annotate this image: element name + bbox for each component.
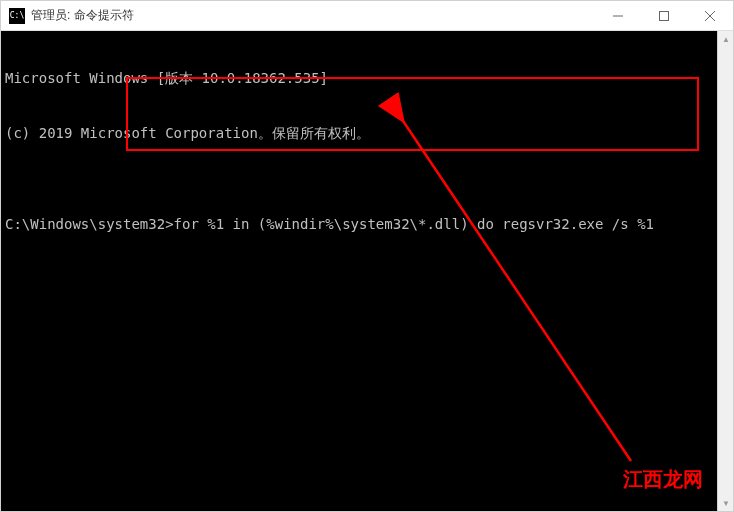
cmd-icon: C:\	[9, 8, 25, 24]
window-controls	[595, 1, 733, 30]
terminal-line-version: Microsoft Windows [版本 10.0.18362.535]	[5, 69, 729, 87]
terminal-line-copyright: (c) 2019 Microsoft Corporation。保留所有权利。	[5, 124, 729, 142]
watermark-text: 江西龙网	[623, 466, 703, 493]
minimize-button[interactable]	[595, 1, 641, 30]
command-text: for %1 in (%windir%\system32\*.dll) do r…	[174, 216, 654, 232]
close-button[interactable]	[687, 1, 733, 30]
svg-rect-1	[660, 11, 669, 20]
terminal-line-prompt: C:\Windows\system32>for %1 in (%windir%\…	[5, 215, 729, 233]
window-title: 管理员: 命令提示符	[31, 7, 595, 24]
prompt-text: C:\Windows\system32>	[5, 216, 174, 232]
vertical-scrollbar[interactable]: ▲ ▼	[717, 31, 733, 511]
titlebar[interactable]: C:\ 管理员: 命令提示符	[1, 1, 733, 31]
scrollbar-down-arrow-icon[interactable]: ▼	[718, 495, 734, 511]
terminal-body[interactable]: Microsoft Windows [版本 10.0.18362.535] (c…	[1, 31, 733, 511]
maximize-button[interactable]	[641, 1, 687, 30]
scrollbar-up-arrow-icon[interactable]: ▲	[718, 31, 734, 47]
cmd-window: C:\ 管理员: 命令提示符 Microsoft Windows [版本 10.…	[0, 0, 734, 512]
